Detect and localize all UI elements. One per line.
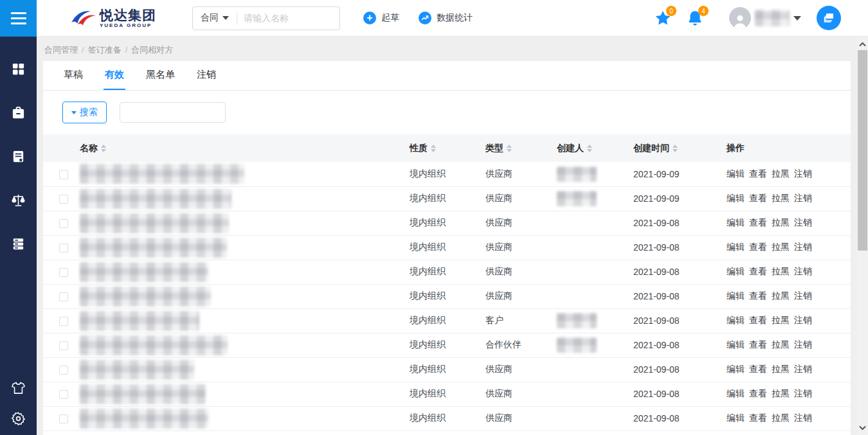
action-view[interactable]: 查看 (749, 315, 767, 325)
action-blacklist[interactable]: 拉黑 (772, 339, 790, 350)
row-checkbox[interactable] (59, 390, 68, 399)
theme-tshirt-icon[interactable] (11, 380, 26, 395)
creator-redacted (557, 166, 597, 182)
action-edit[interactable]: 编辑 (727, 217, 745, 227)
action-view[interactable]: 查看 (749, 413, 767, 423)
tab-deregistered[interactable]: 注销 (195, 61, 217, 90)
action-edit[interactable]: 编辑 (727, 290, 745, 301)
action-view[interactable]: 查看 (749, 168, 767, 179)
tab-valid[interactable]: 有效 (104, 61, 125, 90)
action-blacklist[interactable]: 拉黑 (772, 364, 790, 374)
search-button[interactable]: 搜索 (62, 102, 107, 123)
hamburger-menu-button[interactable] (0, 0, 37, 37)
action-blacklist[interactable]: 拉黑 (772, 413, 790, 423)
column-nature[interactable]: 性质 (410, 134, 485, 162)
archive-server-icon[interactable] (11, 236, 26, 251)
scrollbar-thumb[interactable] (858, 50, 867, 251)
created-time-cell: 2021-09-08 (633, 211, 727, 235)
action-edit[interactable]: 编辑 (727, 413, 745, 423)
action-edit[interactable]: 编辑 (727, 242, 745, 252)
action-view[interactable]: 查看 (749, 290, 767, 301)
action-blacklist[interactable]: 拉黑 (772, 242, 790, 252)
action-view[interactable]: 查看 (749, 242, 767, 252)
draft-button[interactable]: + 起草 (363, 12, 399, 24)
action-deregister[interactable]: 注销 (794, 266, 812, 276)
action-deregister[interactable]: 注销 (794, 339, 812, 350)
action-edit[interactable]: 编辑 (727, 339, 745, 350)
sort-icon[interactable] (507, 145, 512, 152)
filter-input[interactable] (120, 102, 226, 123)
action-view[interactable]: 查看 (749, 364, 767, 374)
row-checkbox[interactable] (59, 414, 68, 423)
action-blacklist[interactable]: 拉黑 (772, 315, 790, 325)
search-input[interactable] (237, 13, 321, 23)
action-view[interactable]: 查看 (749, 388, 767, 398)
briefcase-icon[interactable] (11, 105, 26, 120)
actions-cell: 编辑查看拉黑注销 (727, 186, 851, 211)
row-checkbox[interactable] (59, 195, 68, 204)
action-deregister[interactable]: 注销 (794, 168, 812, 179)
action-deregister[interactable]: 注销 (794, 413, 812, 423)
row-checkbox[interactable] (59, 170, 68, 179)
action-blacklist[interactable]: 拉黑 (772, 290, 790, 301)
sort-icon[interactable] (673, 145, 678, 152)
action-blacklist[interactable]: 拉黑 (772, 193, 790, 203)
column-name[interactable]: 名称 (80, 134, 410, 162)
action-view[interactable]: 查看 (749, 339, 767, 350)
row-checkbox[interactable] (59, 292, 68, 301)
action-deregister[interactable]: 注销 (794, 217, 812, 227)
action-blacklist[interactable]: 拉黑 (772, 217, 790, 227)
action-deregister[interactable]: 注销 (794, 315, 812, 325)
sort-icon[interactable] (431, 145, 436, 152)
notifications-button[interactable]: 4 (687, 10, 703, 26)
action-deregister[interactable]: 注销 (794, 364, 812, 374)
action-deregister[interactable]: 注销 (794, 193, 812, 203)
column-created-time[interactable]: 创建时间 (633, 134, 727, 162)
row-checkbox[interactable] (59, 219, 68, 228)
row-checkbox[interactable] (59, 317, 68, 326)
breadcrumb-item[interactable]: 签订准备 (88, 45, 122, 55)
contract-document-icon[interactable] (11, 148, 26, 164)
avatar (729, 7, 751, 29)
tab-blacklist[interactable]: 黑名单 (145, 61, 176, 90)
column-creator[interactable]: 创建人 (557, 134, 633, 162)
column-type[interactable]: 类型 (485, 134, 557, 162)
statistics-button[interactable]: 数据统计 (419, 12, 473, 24)
action-view[interactable]: 查看 (749, 266, 767, 276)
sort-icon[interactable] (587, 145, 592, 152)
settings-gear-icon[interactable] (11, 411, 26, 426)
scroll-down-arrow-icon[interactable] (857, 422, 868, 434)
apps-switcher-button[interactable] (817, 6, 841, 30)
action-deregister[interactable]: 注销 (794, 242, 812, 252)
actions-cell: 编辑查看拉黑注销 (727, 284, 851, 308)
action-edit[interactable]: 编辑 (727, 193, 745, 203)
action-view[interactable]: 查看 (749, 193, 767, 203)
tab-draft[interactable]: 草稿 (62, 61, 84, 90)
action-blacklist[interactable]: 拉黑 (772, 388, 790, 398)
type-cell: 供应商 (485, 357, 557, 382)
action-edit[interactable]: 编辑 (727, 388, 745, 398)
row-checkbox[interactable] (59, 341, 68, 350)
row-checkbox[interactable] (59, 268, 68, 277)
scroll-up-arrow-icon[interactable] (857, 39, 868, 50)
action-deregister[interactable]: 注销 (794, 290, 812, 301)
row-checkbox[interactable] (59, 366, 68, 375)
action-edit[interactable]: 编辑 (727, 315, 745, 325)
sort-icon[interactable] (101, 145, 106, 152)
action-blacklist[interactable]: 拉黑 (772, 168, 790, 179)
vertical-scrollbar[interactable] (857, 37, 868, 435)
legal-scale-icon[interactable] (11, 192, 26, 208)
creator-cell (557, 235, 633, 260)
action-edit[interactable]: 编辑 (727, 168, 745, 179)
dashboard-grid-icon[interactable] (11, 61, 26, 76)
action-deregister[interactable]: 注销 (794, 388, 812, 398)
breadcrumb-item[interactable]: 合同管理 (44, 45, 78, 55)
favorites-button[interactable]: 0 (655, 10, 671, 26)
action-view[interactable]: 查看 (749, 217, 767, 227)
search-category-dropdown[interactable]: 合同 (193, 12, 237, 24)
action-blacklist[interactable]: 拉黑 (772, 266, 790, 276)
row-checkbox[interactable] (59, 244, 68, 253)
user-menu[interactable] (729, 7, 801, 29)
action-edit[interactable]: 编辑 (727, 364, 745, 374)
action-edit[interactable]: 编辑 (727, 266, 745, 276)
